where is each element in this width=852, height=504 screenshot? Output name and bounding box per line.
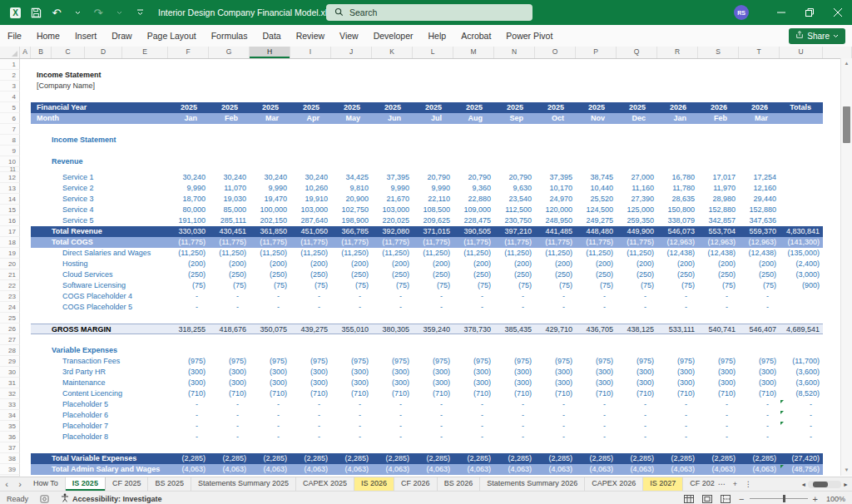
cell-O24[interactable]: - — [535, 302, 576, 313]
row-header-20[interactable]: 20 — [0, 259, 20, 269]
cell-T24[interactable]: - — [739, 302, 780, 313]
cell-A16[interactable] — [20, 215, 31, 226]
cell-G26[interactable]: 418,676 — [209, 324, 250, 334]
cell-O31[interactable]: (300) — [535, 378, 576, 388]
cell-A20[interactable] — [20, 259, 31, 269]
cell-P38[interactable]: (2,285) — [576, 453, 617, 464]
cell-S19[interactable]: (12,438) — [698, 248, 739, 259]
cell-H24[interactable]: - — [250, 302, 290, 313]
cell-O36[interactable]: - — [535, 432, 576, 442]
cell-J24[interactable]: - — [331, 302, 372, 313]
cell-P29[interactable]: (975) — [576, 356, 617, 367]
row-label-32[interactable]: Content Licencing — [31, 388, 168, 399]
cell-K22[interactable]: (75) — [372, 280, 413, 291]
cell-L22[interactable]: (75) — [413, 280, 453, 291]
column-header-F[interactable]: F — [168, 47, 209, 58]
row-header-31[interactable]: 31 — [0, 378, 20, 388]
cell-J23[interactable]: - — [331, 291, 372, 302]
cell-A15[interactable] — [20, 205, 31, 215]
cell-S24[interactable]: - — [698, 302, 739, 313]
cell-O38[interactable]: (2,285) — [535, 453, 576, 464]
cell-U22[interactable]: (900) — [780, 280, 823, 291]
cell-H5[interactable]: 2025 — [250, 102, 290, 113]
cell-P6[interactable]: Nov — [576, 113, 617, 124]
column-header-E[interactable]: E — [122, 47, 168, 58]
cell-Q39[interactable]: (4,063) — [617, 464, 657, 475]
cell-A5[interactable] — [20, 102, 31, 113]
row-header-22[interactable]: 22 — [0, 280, 20, 291]
horizontal-scrollbar[interactable]: ◄► — [800, 477, 852, 491]
row-header-14[interactable]: 14 — [0, 194, 20, 205]
cell-U32[interactable]: (8,520) — [780, 388, 823, 399]
row-header-37[interactable]: 37 — [0, 442, 20, 453]
cell-N30[interactable]: (300) — [494, 367, 535, 378]
cell-I6[interactable]: Apr — [290, 113, 331, 124]
cell-N6[interactable]: Sep — [494, 113, 535, 124]
cell-P16[interactable]: 249,275 — [576, 215, 617, 226]
more-sheets-icon[interactable]: ⋯ — [715, 477, 728, 491]
cell-A4[interactable] — [20, 91, 31, 102]
cell-M24[interactable]: - — [453, 302, 494, 313]
cell-Q38[interactable]: (2,285) — [617, 453, 657, 464]
page-layout-view-button[interactable] — [702, 495, 712, 503]
cell-A25[interactable] — [20, 313, 31, 324]
cell-G20[interactable]: (200) — [209, 259, 250, 269]
sheet-tab-cf-2027[interactable]: CF 2027 — [683, 477, 715, 491]
cell-L18[interactable]: (11,775) — [413, 237, 453, 248]
row-header-30[interactable]: 30 — [0, 367, 20, 378]
cell-M12[interactable]: 20,790 — [453, 172, 494, 183]
cell-J13[interactable]: 9,810 — [331, 183, 372, 194]
cell-R18[interactable]: (12,963) — [657, 237, 698, 248]
cell-R33[interactable]: - — [657, 399, 698, 410]
cell-K29[interactable]: (975) — [372, 356, 413, 367]
cell-I5[interactable]: 2025 — [290, 102, 331, 113]
cell-J33[interactable]: - — [331, 399, 372, 410]
cell-S6[interactable]: Feb — [698, 113, 739, 124]
empty-cells-row-37[interactable] — [31, 442, 852, 453]
cell-S12[interactable]: 17,017 — [698, 172, 739, 183]
cell-A24[interactable] — [20, 302, 31, 313]
cell-J39[interactable]: (4,063) — [331, 464, 372, 475]
cell-I16[interactable]: 287,640 — [290, 215, 331, 226]
cell-N19[interactable]: (11,250) — [494, 248, 535, 259]
sheet-tab-statements-summary-2025[interactable]: Statements Summary 2025 — [191, 477, 296, 491]
cell-G21[interactable]: (250) — [209, 269, 250, 280]
cell-O23[interactable]: - — [535, 291, 576, 302]
cell-U30[interactable]: (3,600) — [780, 367, 823, 378]
cell-O21[interactable]: (250) — [535, 269, 576, 280]
row-header-36[interactable]: 36 — [0, 432, 20, 442]
cell-O13[interactable]: 10,170 — [535, 183, 576, 194]
cell-R19[interactable]: (12,438) — [657, 248, 698, 259]
cell-K34[interactable]: - — [372, 410, 413, 421]
undo-icon[interactable]: ↶ — [50, 6, 63, 19]
cell-R20[interactable]: (200) — [657, 259, 698, 269]
cell-O29[interactable]: (975) — [535, 356, 576, 367]
row-label-36[interactable]: Placeholder 8 — [31, 432, 168, 442]
row-label-34[interactable]: Placeholder 6 — [31, 410, 168, 421]
cell-P15[interactable]: 124,500 — [576, 205, 617, 215]
cell-T38[interactable]: (2,285) — [739, 453, 780, 464]
redo-dropdown-icon[interactable] — [112, 6, 126, 19]
cell-U39[interactable]: (48,756) — [780, 464, 823, 475]
row-label-20[interactable]: Hosting — [31, 259, 168, 269]
cell-U13[interactable] — [780, 183, 823, 194]
ribbon-tab-help[interactable]: Help — [421, 31, 454, 41]
cell-K24[interactable]: - — [372, 302, 413, 313]
cell-R13[interactable]: 11,780 — [657, 183, 698, 194]
cell-H39[interactable]: (4,063) — [250, 464, 290, 475]
cell-J36[interactable]: - — [331, 432, 372, 442]
cell-M30[interactable]: (300) — [453, 367, 494, 378]
cell-M16[interactable]: 228,475 — [453, 215, 494, 226]
cell-R16[interactable]: 338,079 — [657, 215, 698, 226]
cell-K19[interactable]: (11,250) — [372, 248, 413, 259]
cell-R15[interactable]: 150,800 — [657, 205, 698, 215]
column-header-H[interactable]: H — [250, 47, 290, 58]
row-label-13[interactable]: Service 2 — [31, 183, 168, 194]
cell-M33[interactable]: - — [453, 399, 494, 410]
cell-P35[interactable]: - — [576, 421, 617, 432]
cell-I29[interactable]: (975) — [290, 356, 331, 367]
restore-button[interactable] — [795, 0, 824, 25]
cell-P12[interactable]: 38,745 — [576, 172, 617, 183]
cell-J34[interactable]: - — [331, 410, 372, 421]
row-label-15[interactable]: Service 4 — [31, 205, 168, 215]
